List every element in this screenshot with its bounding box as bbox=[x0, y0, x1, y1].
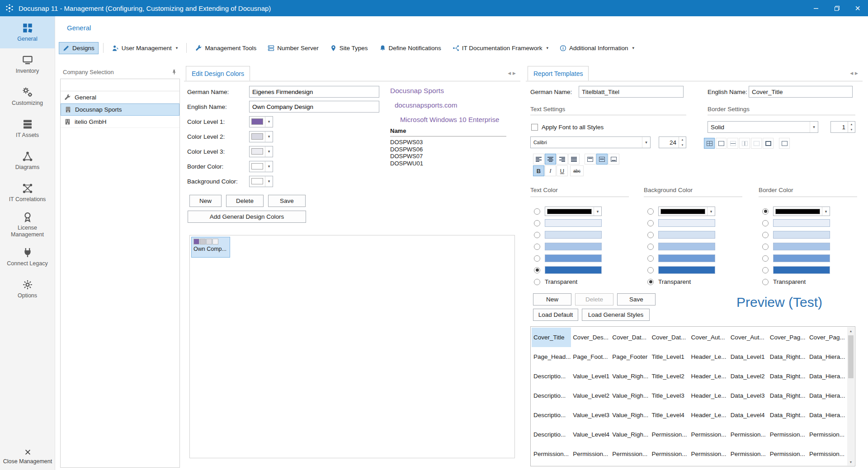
italic-button[interactable]: I bbox=[545, 165, 556, 176]
template-cell[interactable]: Permission... bbox=[571, 444, 610, 464]
report-english-name-input[interactable] bbox=[749, 86, 853, 98]
color-swatch[interactable] bbox=[773, 266, 830, 274]
template-cell[interactable]: Permission... bbox=[768, 444, 807, 464]
add-general-design-colors-button[interactable]: Add General Design Colors bbox=[188, 211, 306, 223]
template-cell[interactable]: Data_Hiera... bbox=[807, 367, 847, 386]
template-cell[interactable]: Page_Foot... bbox=[571, 347, 610, 367]
template-cell[interactable]: Data_Level2 bbox=[729, 367, 768, 386]
template-cell[interactable]: Permission... bbox=[768, 425, 807, 444]
german-name-input[interactable] bbox=[249, 86, 379, 98]
color-swatch[interactable] bbox=[773, 231, 830, 239]
valign-middle-button[interactable] bbox=[596, 154, 608, 164]
border-inner-horizontal-button[interactable] bbox=[727, 138, 738, 149]
template-cell[interactable]: Title_Level4 bbox=[650, 405, 689, 425]
color-swatch[interactable] bbox=[545, 243, 602, 250]
sidebar-item-inventory[interactable]: Inventory bbox=[0, 48, 55, 80]
custom-color-radio[interactable] bbox=[534, 208, 540, 215]
swatch-radio[interactable] bbox=[534, 244, 540, 250]
template-cell[interactable]: Value_Level3 bbox=[571, 405, 610, 425]
color-swatch[interactable] bbox=[773, 243, 830, 250]
close-button[interactable]: × bbox=[847, 0, 868, 16]
sidebar-item-close-management[interactable]: Close Management bbox=[0, 448, 55, 465]
border-width-spinner[interactable]: 1 ▲▼ bbox=[830, 121, 855, 133]
english-name-input[interactable] bbox=[249, 101, 379, 113]
template-cell[interactable]: Data_Level4 bbox=[729, 405, 768, 425]
color-swatch[interactable] bbox=[773, 254, 830, 262]
transparent-radio[interactable] bbox=[762, 279, 769, 285]
template-cell[interactable]: Descriptio... bbox=[532, 386, 571, 405]
apply-font-checkbox[interactable] bbox=[531, 124, 538, 131]
valign-bottom-button[interactable] bbox=[608, 154, 619, 164]
transparent-radio[interactable] bbox=[647, 279, 654, 285]
border-inner-vertical-button[interactable] bbox=[739, 138, 750, 149]
custom-color-dropdown[interactable]: ▾ bbox=[658, 207, 715, 216]
delete-style-button[interactable]: Delete bbox=[575, 293, 613, 306]
custom-color-dropdown[interactable]: ▾ bbox=[545, 207, 602, 216]
template-cell[interactable]: Value_Level2 bbox=[571, 386, 610, 405]
template-cell[interactable]: Data_Right... bbox=[768, 405, 807, 425]
swatch-radio[interactable] bbox=[647, 220, 654, 226]
minimize-button[interactable] bbox=[806, 0, 826, 16]
template-cell[interactable]: Title_Level3 bbox=[650, 386, 689, 405]
template-cell[interactable]: Data_Hiera... bbox=[807, 405, 847, 425]
border-outer-button[interactable] bbox=[716, 138, 726, 149]
template-cell[interactable]: Descriptio... bbox=[532, 367, 571, 386]
scrollbar-thumb[interactable] bbox=[848, 335, 854, 378]
swatch-radio[interactable] bbox=[762, 255, 769, 262]
template-cell[interactable]: Permission... bbox=[807, 444, 847, 464]
bold-button[interactable]: B bbox=[533, 165, 544, 176]
tab-scroll-arrows-icon[interactable]: ◀▶ bbox=[850, 71, 860, 75]
template-cell[interactable]: Value_Righ... bbox=[610, 386, 650, 405]
template-cell[interactable]: Cover_Pag... bbox=[768, 328, 807, 347]
template-cell[interactable]: Cover_Dat... bbox=[610, 328, 650, 347]
color-swatch[interactable] bbox=[658, 254, 715, 262]
template-cell[interactable]: Permission... bbox=[532, 444, 571, 464]
border-color-dropdown[interactable]: ▾ bbox=[249, 161, 273, 172]
color-swatch[interactable] bbox=[545, 219, 602, 227]
color-swatch[interactable] bbox=[658, 231, 715, 239]
scroll-down-icon[interactable]: ▼ bbox=[847, 458, 854, 465]
spinner-arrows-icon[interactable]: ▲▼ bbox=[679, 137, 686, 148]
border-none-button[interactable] bbox=[751, 138, 762, 149]
new-style-button[interactable]: New bbox=[533, 293, 571, 306]
toolbar-item-management-tools[interactable]: Management Tools bbox=[191, 42, 260, 54]
template-cell[interactable]: Permission... bbox=[689, 444, 729, 464]
template-cell[interactable]: Descriptio... bbox=[532, 425, 571, 444]
color-swatch[interactable] bbox=[658, 219, 715, 227]
toolbar-item-site-types[interactable]: Site Types bbox=[326, 42, 372, 54]
swatch-radio[interactable] bbox=[534, 255, 540, 262]
swatch-radio[interactable] bbox=[762, 220, 769, 226]
tab-report-templates[interactable]: Report Templates bbox=[528, 66, 589, 81]
template-cell[interactable]: Permission... bbox=[650, 425, 689, 444]
template-cell[interactable]: Data_Right... bbox=[768, 347, 807, 367]
template-cell[interactable]: Permission... bbox=[610, 444, 650, 464]
template-cell[interactable]: Permission... bbox=[729, 444, 768, 464]
swatch-radio[interactable] bbox=[762, 267, 769, 273]
sidebar-item-customizing[interactable]: Customizing bbox=[0, 80, 55, 113]
sidebar-item-license-management[interactable]: License Management bbox=[0, 209, 55, 241]
toolbar-item-designs[interactable]: Designs bbox=[59, 42, 99, 54]
color-level-3-dropdown[interactable]: ▾ bbox=[249, 146, 273, 157]
border-all-button[interactable] bbox=[704, 138, 715, 149]
valign-top-button[interactable] bbox=[585, 154, 596, 164]
color-swatch[interactable] bbox=[545, 231, 602, 239]
border-box-button[interactable] bbox=[779, 138, 790, 149]
template-cell[interactable]: Value_Righ... bbox=[610, 425, 650, 444]
sidebar-item-options[interactable]: Options bbox=[0, 273, 55, 305]
transparent-radio[interactable] bbox=[534, 279, 540, 285]
tab-scroll-arrows-icon[interactable]: ◀▶ bbox=[508, 71, 518, 75]
template-cell[interactable]: Data_Level3 bbox=[729, 386, 768, 405]
template-cell[interactable]: Cover_Aut... bbox=[729, 328, 768, 347]
custom-color-radio[interactable] bbox=[762, 208, 769, 215]
template-cell[interactable]: Data_Hiera... bbox=[807, 386, 847, 405]
swatch-radio[interactable] bbox=[647, 267, 654, 273]
template-cell[interactable]: Permission... bbox=[729, 425, 768, 444]
color-swatch[interactable] bbox=[773, 219, 830, 227]
background-color-dropdown[interactable]: ▾ bbox=[249, 176, 273, 187]
color-swatch[interactable] bbox=[658, 243, 715, 250]
report-german-name-input[interactable] bbox=[579, 86, 684, 98]
pin-icon[interactable] bbox=[171, 69, 177, 75]
template-cell[interactable]: Value_Righ... bbox=[610, 405, 650, 425]
template-cell[interactable]: Data_Hiera... bbox=[807, 347, 847, 367]
color-swatch[interactable] bbox=[545, 254, 602, 262]
